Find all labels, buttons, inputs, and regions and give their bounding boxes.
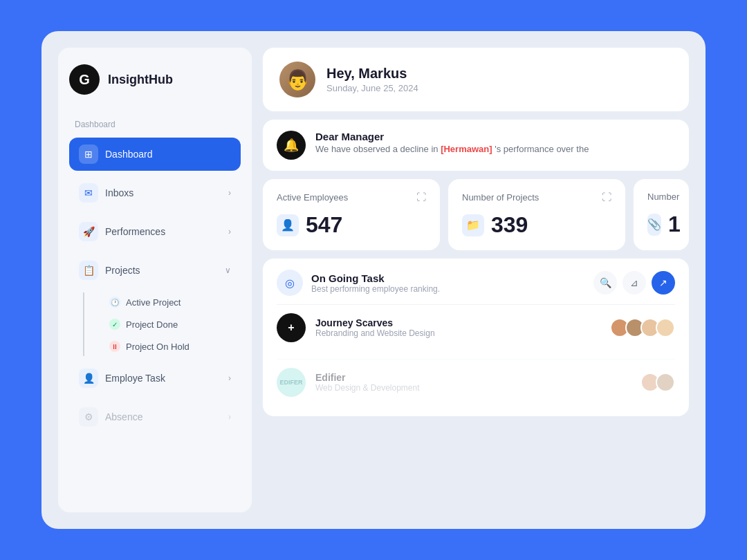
sidebar-item-projects[interactable]: 📋 Projects ∨ — [69, 254, 241, 287]
third-stat-icon: 📎 — [647, 214, 661, 236]
employees-icon: 👤 — [277, 214, 299, 236]
stat-value-third: 1 — [668, 212, 681, 237]
project-done-dot: ✓ — [109, 319, 120, 330]
main-layout: G InsightHub Dashboard ⊞ Dashboard ✉ Inb… — [58, 48, 689, 512]
notification-card: 🔔 Dear Manager We have observed a declin… — [263, 120, 689, 171]
project-avatar-journey: + — [277, 313, 306, 342]
stat-value-projects: 339 — [491, 212, 528, 238]
team-avatar — [656, 318, 675, 337]
chevron-right-icon: › — [228, 227, 231, 236]
app-logo: G — [69, 64, 100, 95]
stats-row: Active Employees ⛶ 👤 547 Number of Proje… — [263, 179, 689, 250]
sidebar-item-performances[interactable]: 🚀 Performences › — [69, 215, 241, 248]
project-name-journey: Journey Scarves — [315, 317, 600, 328]
ongoing-task-icon: ◎ — [277, 270, 303, 296]
project-name-edifier: Edifier — [315, 372, 631, 383]
performances-icon: 🚀 — [79, 222, 98, 241]
absence-icon: ⚙ — [79, 407, 98, 427]
project-row-edifier: EDIFER Edifier Web Design & Development — [277, 359, 675, 405]
expand-icon[interactable]: ⛶ — [602, 192, 611, 203]
stat-label-third: Number — [647, 192, 679, 202]
stat-label-employees: Active Employees — [277, 192, 348, 203]
project-on-hold-dot: ⏸ — [109, 341, 120, 352]
task-subtitle: Best performing employee ranking. — [311, 284, 440, 294]
project-row-journey-scarves: + Journey Scarves Rebranding and Website… — [277, 304, 675, 351]
stat-card-projects: Number of Projects ⛶ 📁 339 — [448, 179, 625, 250]
stat-label-projects: Number of Projects — [462, 192, 539, 203]
sidebar-item-active-project[interactable]: 🕐 Active Project — [104, 292, 241, 312]
sidebar-item-project-done[interactable]: ✓ Project Done — [104, 315, 241, 334]
projects-icon: 📋 — [79, 261, 98, 280]
dashboard-icon: ⊞ — [79, 144, 98, 164]
outer-card: G InsightHub Dashboard ⊞ Dashboard ✉ Inb… — [42, 31, 706, 529]
active-project-dot: 🕐 — [109, 297, 120, 308]
stat-card-active-employees: Active Employees ⛶ 👤 547 — [263, 179, 440, 250]
project-desc-journey: Rebranding and Website Design — [315, 328, 600, 338]
inboxs-icon: ✉ — [79, 183, 98, 203]
project-avatar-edifier: EDIFER — [277, 368, 306, 397]
projects-stat-icon: 📁 — [462, 214, 484, 236]
stat-value-employees: 547 — [306, 212, 342, 238]
chevron-right-icon: › — [228, 412, 231, 422]
chevron-right-icon: › — [228, 373, 231, 383]
sidebar-item-inboxs[interactable]: ✉ Inboxs › — [69, 176, 241, 209]
expand-icon[interactable]: ⛶ — [416, 192, 426, 203]
user-avatar: 👨 — [279, 62, 315, 97]
share-button[interactable]: ↗ — [652, 271, 675, 295]
stat-card-third: Number 📎 1 — [634, 179, 689, 250]
notification-title: Dear Manager — [315, 131, 589, 142]
employe-task-icon: 👤 — [79, 368, 98, 388]
task-actions: 🔍 ⊿ ↗ — [593, 271, 675, 295]
notification-highlight: [Hermawan] — [441, 144, 492, 154]
sidebar-item-employe-task[interactable]: 👤 Employe Task › — [69, 362, 241, 395]
sidebar-item-project-on-hold[interactable]: ⏸ Project On Hold — [104, 337, 241, 356]
greeting-name: Hey, Markus — [326, 66, 418, 82]
sidebar: G InsightHub Dashboard ⊞ Dashboard ✉ Inb… — [58, 48, 252, 512]
main-content: 👨 Hey, Markus Sunday, June 25, 2024 🔔 De… — [263, 48, 689, 512]
team-avatar — [656, 373, 675, 392]
search-button[interactable]: 🔍 — [593, 271, 617, 295]
projects-sub-items: 🕐 Active Project ✓ Project Done ⏸ Projec… — [83, 292, 241, 356]
notification-body: We have observed a decline in [Hermawan]… — [315, 144, 589, 154]
project-desc-edifier: Web Design & Development — [315, 383, 631, 393]
logo-row: G InsightHub — [69, 64, 241, 95]
filter-button[interactable]: ⊿ — [622, 271, 646, 295]
task-title: On Going Task — [311, 272, 440, 284]
notification-icon: 🔔 — [277, 131, 306, 160]
task-header: ◎ On Going Task Best performing employee… — [277, 270, 675, 296]
sidebar-section-label: Dashboard — [75, 120, 235, 129]
project-team-edifier — [640, 373, 675, 392]
sidebar-item-dashboard[interactable]: ⊞ Dashboard — [69, 138, 241, 171]
chevron-down-icon: ∨ — [225, 265, 231, 275]
task-section: ◎ On Going Task Best performing employee… — [263, 259, 689, 416]
header-card: 👨 Hey, Markus Sunday, June 25, 2024 — [263, 48, 689, 111]
greeting-date: Sunday, June 25, 2024 — [326, 83, 418, 93]
project-team-journey — [610, 318, 675, 337]
sidebar-item-absence[interactable]: ⚙ Absence › — [69, 400, 241, 433]
chevron-right-icon: › — [228, 188, 231, 198]
app-name: InsightHub — [108, 73, 173, 87]
